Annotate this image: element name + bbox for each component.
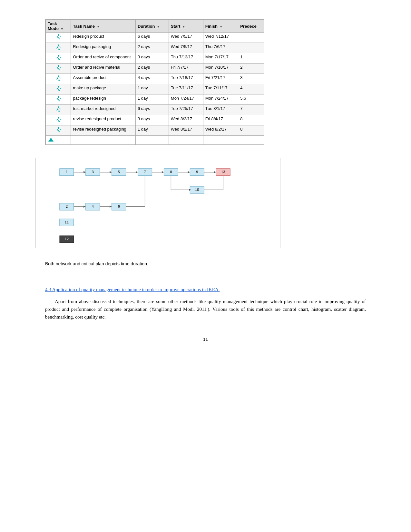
table-bottom-empty [71,136,136,145]
svg-line-9 [57,46,58,47]
arrowhead-9-13 [214,171,216,173]
task-mode-icon [55,65,62,71]
task-name-cell: Assemble product [71,74,136,84]
svg-line-33 [57,77,58,78]
node-5-label: 5 [118,170,120,174]
svg-line-49 [57,97,58,99]
task-name-cell: Redesign packaging [71,43,136,53]
task-predecessors-cell: 8 [238,125,264,136]
svg-line-73 [57,128,58,130]
node-2-label: 2 [66,204,68,208]
svg-line-60 [58,108,59,109]
task-mode-icon [55,54,62,61]
task-name-cell: make up package [71,84,136,94]
svg-marker-79 [60,129,61,130]
svg-marker-55 [60,98,61,99]
svg-point-72 [58,127,59,128]
task-name-cell: revise redesigned packaging [71,125,136,136]
svg-line-52 [58,97,59,98]
arrowhead-4-6 [110,206,112,208]
svg-point-40 [58,86,59,87]
task-predecessors-cell: 1 [238,53,264,64]
task-icon-cell [46,94,71,105]
svg-marker-7 [60,36,61,37]
svg-marker-63 [60,108,61,110]
task-start-cell: Fri 7/7/17 [169,64,203,74]
task-predecessors-cell [238,43,264,53]
section-heading: 4.3 Application of quality management te… [45,287,385,292]
arrowhead-8-9 [188,171,190,173]
svg-line-28 [58,66,59,67]
task-start-cell: Thu 7/13/17 [169,53,203,64]
svg-line-19 [57,58,59,59]
svg-line-54 [59,100,60,101]
svg-line-67 [57,120,59,121]
task-mode-icon [55,85,62,92]
svg-line-46 [59,90,60,91]
col-header-predecessors: Predece [238,20,264,33]
svg-line-4 [58,35,59,36]
svg-line-57 [57,108,58,109]
svg-line-59 [57,109,59,110]
svg-line-38 [59,79,60,81]
task-icon-cell [46,105,71,115]
svg-marker-71 [60,119,61,120]
svg-line-3 [57,37,59,38]
node-4-label: 4 [92,204,94,208]
task-start-cell: Tue 7/18/17 [169,74,203,84]
svg-line-43 [57,89,59,90]
task-duration-cell: 6 days [136,33,169,43]
gantt-table-container: TaskMode ▼ Task Name ▼ Duration ▼ Start … [45,19,264,145]
task-icon-cell [46,115,71,125]
task-predecessors-cell: 8 [238,115,264,125]
arrowhead-1-3 [83,171,86,173]
svg-point-64 [58,117,59,118]
task-duration-cell: 1 day [136,94,169,105]
arrowhead-3-5 [110,171,112,173]
col-header-duration: Duration ▼ [136,20,169,33]
gantt-table: TaskMode ▼ Task Name ▼ Duration ▼ Start … [45,20,264,145]
svg-line-1 [57,35,58,37]
col-header-finish: Finish ▼ [203,20,238,33]
svg-marker-47 [60,88,61,89]
table-bottom-icon [46,136,71,145]
svg-line-6 [59,38,60,39]
svg-line-51 [57,99,59,100]
svg-point-48 [58,96,59,97]
svg-line-65 [57,118,58,120]
task-icon-cell [46,64,71,74]
task-predecessors-cell: 4 [238,84,264,94]
task-predecessors-cell: 5,6 [238,94,264,105]
node-9-label: 9 [196,170,198,174]
node-13-label: 13 [221,170,225,174]
task-finish-cell: Fri 8/4/17 [203,115,238,125]
svg-line-75 [57,130,59,131]
task-name-cell: Order and recive of component [71,53,136,64]
task-mode-icon [55,75,62,82]
task-duration-cell: 3 days [136,115,169,125]
svg-line-25 [57,66,58,68]
task-start-cell: Wed 8/2/17 [169,115,203,125]
svg-line-36 [58,77,59,78]
svg-marker-39 [60,77,61,79]
task-icon-cell [46,53,71,64]
svg-line-68 [58,118,59,119]
task-duration-cell: 2 days [136,64,169,74]
svg-line-22 [59,59,60,60]
svg-marker-15 [60,46,61,48]
svg-line-35 [57,78,59,79]
task-name-cell: redesign product [71,33,136,43]
table-bottom-empty [136,136,169,145]
task-icon-cell [46,74,71,84]
task-mode-icon [55,127,62,133]
task-finish-cell: Fri 7/21/17 [203,74,238,84]
task-start-cell: Wed 7/5/17 [169,33,203,43]
task-duration-cell: 1 day [136,84,169,94]
svg-line-44 [58,87,59,88]
svg-line-62 [59,110,60,112]
node-11-label: 11 [65,220,69,224]
col-header-task-name: Task Name ▼ [71,20,136,33]
arrowhead-7-8 [162,171,164,173]
task-finish-cell: Mon 7/24/17 [203,94,238,105]
task-name-cell: package redesign [71,94,136,105]
